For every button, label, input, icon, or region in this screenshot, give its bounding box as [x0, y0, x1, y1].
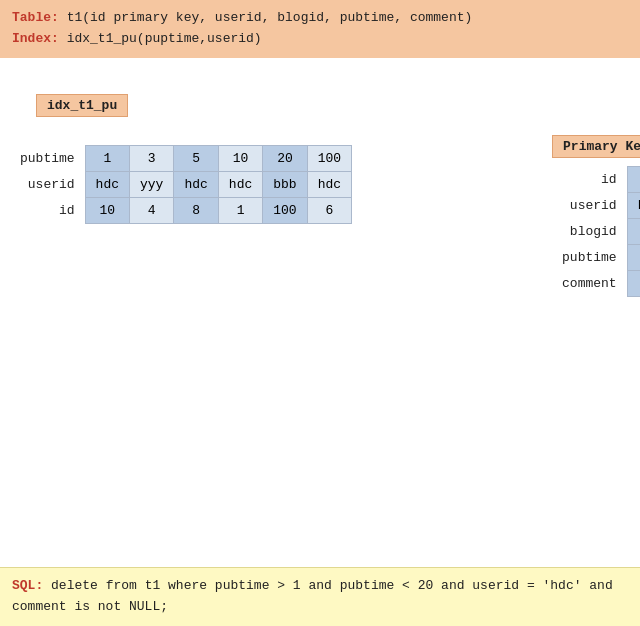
index-cell: 20: [263, 145, 307, 171]
index-cell: bbb: [263, 171, 307, 197]
pk-table-row: commentgood: [552, 270, 640, 296]
index-cell: hdc: [307, 171, 351, 197]
pk-row-label: comment: [552, 270, 627, 296]
table-definition: Table: t1(id primary key, userid, blogid…: [12, 8, 628, 29]
index-cell: 100: [307, 145, 351, 171]
pk-row-label: blogid: [552, 218, 627, 244]
pk-table-row: pubtime1031005120: [552, 244, 640, 270]
main-content: pubtime1351020100useridhdcyyyhdchdcbbbhd…: [0, 135, 640, 297]
pk-row-label: pubtime: [552, 244, 627, 270]
pk-table-row: useridhdcyyyhdchdchdcbbb: [552, 192, 640, 218]
index-cell: 8: [174, 197, 218, 223]
index-cell: 6: [307, 197, 351, 223]
pk-cell: [627, 270, 640, 296]
index-definition: Index: idx_t1_pu(puptime,userid): [12, 29, 628, 50]
index-row-label: id: [10, 197, 85, 223]
index-cell: hdc: [85, 171, 129, 197]
pk-section: Primary Key id146810100useridhdcyyyhdchd…: [552, 135, 640, 297]
index-cell: 3: [130, 145, 174, 171]
table-label: Table:: [12, 10, 59, 25]
pk-cell: 10: [627, 244, 640, 270]
index-row-label: userid: [10, 171, 85, 197]
header-box: Table: t1(id primary key, userid, blogid…: [0, 0, 640, 58]
index-table: pubtime1351020100useridhdcyyyhdchdcbbbhd…: [10, 145, 352, 224]
index-cell: 100: [263, 197, 307, 223]
index-cell: 10: [85, 197, 129, 223]
index-table-section: pubtime1351020100useridhdcyyyhdchdcbbbhd…: [10, 145, 352, 224]
index-table-row: useridhdcyyyhdchdcbbbhdc: [10, 171, 352, 197]
index-cell: 5: [174, 145, 218, 171]
pk-badge: Primary Key: [552, 135, 640, 158]
table-value: t1(id primary key, userid, blogid, pubti…: [67, 10, 473, 25]
sql-text: delete from t1 where pubtime > 1 and pub…: [12, 578, 613, 614]
pk-cell: 1: [627, 166, 640, 192]
index-cell: hdc: [174, 171, 218, 197]
pk-row-label: id: [552, 166, 627, 192]
pk-table-row: blogidabcdef: [552, 218, 640, 244]
pk-row-label: userid: [552, 192, 627, 218]
pk-cell: hdc: [627, 192, 640, 218]
index-table-row: id104811006: [10, 197, 352, 223]
sql-footer: SQL: delete from t1 where pubtime > 1 an…: [0, 567, 640, 626]
pk-table: id146810100useridhdcyyyhdchdchdcbbbblogi…: [552, 166, 640, 297]
index-cell: hdc: [218, 171, 262, 197]
index-cell: yyy: [130, 171, 174, 197]
index-cell: 1: [85, 145, 129, 171]
index-value: idx_t1_pu(puptime,userid): [67, 31, 262, 46]
index-cell: 1: [218, 197, 262, 223]
pk-table-row: id146810100: [552, 166, 640, 192]
index-cell: 10: [218, 145, 262, 171]
pk-cell: a: [627, 218, 640, 244]
pk-badge-container: Primary Key: [552, 135, 640, 166]
index-badge-container: idx_t1_pu: [18, 76, 640, 127]
index-label: Index:: [12, 31, 59, 46]
sql-label: SQL:: [12, 578, 43, 593]
index-badge: idx_t1_pu: [36, 94, 128, 117]
index-cell: 4: [130, 197, 174, 223]
index-row-label: pubtime: [10, 145, 85, 171]
index-table-row: pubtime1351020100: [10, 145, 352, 171]
